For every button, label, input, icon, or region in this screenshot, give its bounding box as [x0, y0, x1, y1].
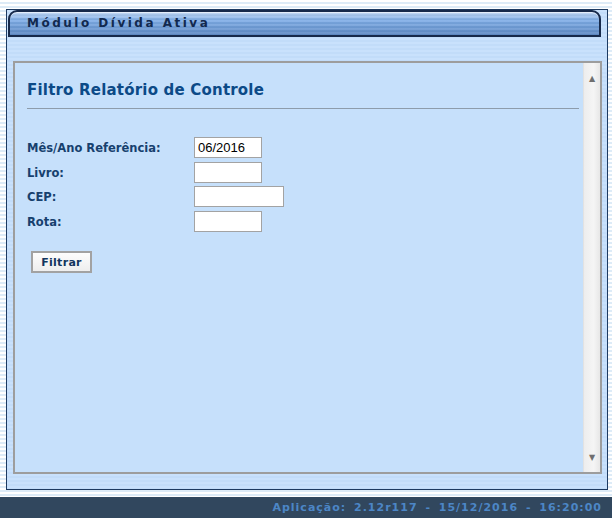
vertical-scrollbar[interactable]: ▲ ▼ [583, 63, 600, 472]
application-status-bar: Aplicação: 2.12r117 - 15/12/2016 - 16:20… [0, 497, 612, 518]
module-window: Módulo Dívida Ativa Filtro Relatório de … [6, 9, 608, 490]
form-row-cep: CEP: [15, 187, 575, 207]
application-version-text: Aplicação: 2.12r117 - 15/12/2016 - 16:20… [272, 501, 602, 514]
rota-label: Rota: [27, 212, 62, 232]
mes-ano-referencia-input[interactable] [194, 137, 262, 158]
form-row-mes-ano: Mês/Ano Referência: [15, 138, 575, 158]
cep-input[interactable] [194, 186, 284, 207]
filtrar-button[interactable]: Filtrar [31, 251, 92, 273]
window-title: Módulo Dívida Ativa [27, 16, 210, 30]
form-row-livro: Livro: [15, 163, 575, 183]
form-row-rota: Rota: [15, 212, 575, 232]
livro-input[interactable] [194, 162, 262, 183]
scroll-up-icon[interactable]: ▲ [584, 71, 600, 87]
scroll-down-icon[interactable]: ▼ [584, 450, 600, 466]
page-background: { "window": { "title": "Módulo Dívida At… [0, 0, 612, 518]
livro-label: Livro: [27, 163, 64, 183]
filter-panel: Filtro Relatório de Controle Mês/Ano Ref… [13, 61, 602, 474]
mes-ano-referencia-label: Mês/Ano Referência: [27, 138, 161, 158]
window-title-bar: Módulo Dívida Ativa [8, 10, 601, 37]
cep-label: CEP: [27, 187, 56, 207]
page-title: Filtro Relatório de Controle [27, 81, 264, 99]
section-divider [27, 108, 579, 109]
rota-input[interactable] [194, 211, 262, 232]
